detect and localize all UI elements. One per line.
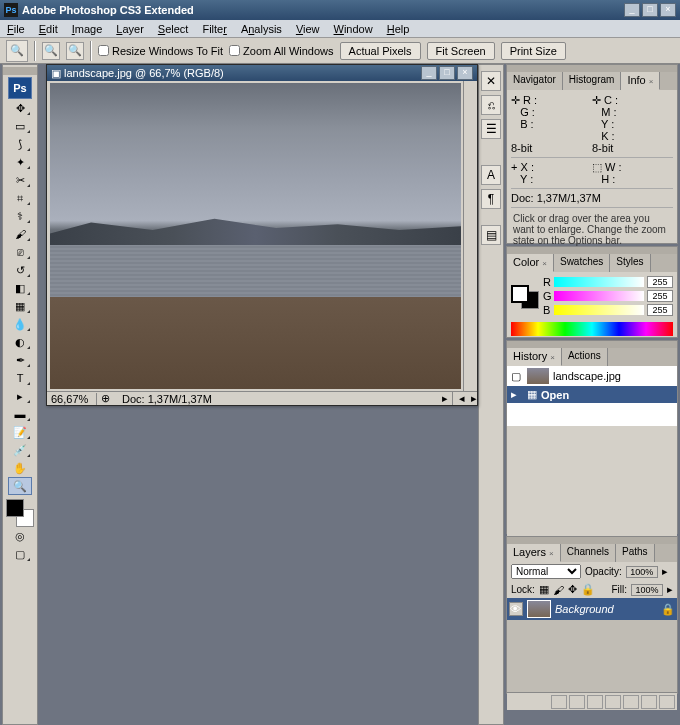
layer-style-button[interactable]: [569, 695, 585, 709]
minimize-button[interactable]: _: [624, 3, 640, 17]
zoom-in-icon[interactable]: 🔍: [42, 42, 60, 60]
tab-actions[interactable]: Actions: [562, 348, 608, 366]
visibility-icon[interactable]: 👁: [509, 602, 523, 616]
tab-history[interactable]: History×: [507, 348, 562, 366]
move-tool[interactable]: ✥: [8, 99, 32, 117]
type-tool[interactable]: T: [8, 369, 32, 387]
lock-trans-icon[interactable]: ▦: [539, 583, 549, 596]
tab-info[interactable]: Info×: [621, 72, 660, 90]
dock-tool-presets-icon[interactable]: ☰: [481, 119, 501, 139]
menu-select[interactable]: Select: [151, 21, 196, 37]
path-select-tool[interactable]: ▸: [8, 387, 32, 405]
lock-move-icon[interactable]: ✥: [568, 583, 577, 596]
shape-tool[interactable]: ▬: [8, 405, 32, 423]
tab-paths[interactable]: Paths: [616, 544, 655, 562]
resize-windows-checkbox[interactable]: Resize Windows To Fit: [98, 45, 223, 57]
eyedropper-tool[interactable]: 💉: [8, 441, 32, 459]
crop-tool[interactable]: ✂: [8, 171, 32, 189]
zoom-field[interactable]: 66,67%: [47, 393, 97, 405]
fill-field[interactable]: 100%: [631, 584, 663, 596]
color-spectrum[interactable]: [511, 322, 673, 336]
dock-brushes-icon[interactable]: ✕: [481, 71, 501, 91]
lasso-tool[interactable]: ⟆: [8, 135, 32, 153]
layer-mask-button[interactable]: [587, 695, 603, 709]
marquee-tool[interactable]: ▭: [8, 117, 32, 135]
wand-tool[interactable]: ✦: [8, 153, 32, 171]
new-layer-button[interactable]: [641, 695, 657, 709]
layer-background[interactable]: 👁 Background 🔒: [507, 598, 677, 620]
zoom-tool[interactable]: 🔍: [8, 477, 32, 495]
doc-close-button[interactable]: ×: [457, 66, 473, 80]
scroll-right-button[interactable]: ▸: [471, 392, 477, 405]
brush-tool[interactable]: 🖌: [8, 225, 32, 243]
slider-r[interactable]: [554, 277, 644, 287]
actual-pixels-button[interactable]: Actual Pixels: [340, 42, 421, 60]
lock-paint-icon[interactable]: 🖌: [553, 584, 564, 596]
document-titlebar[interactable]: ▣ landscape.jpg @ 66,7% (RGB/8) _ □ ×: [47, 65, 477, 81]
close-button[interactable]: ×: [660, 3, 676, 17]
menu-edit[interactable]: Edit: [32, 21, 65, 37]
dock-layercomps-icon[interactable]: ▤: [481, 225, 501, 245]
layer-group-button[interactable]: [623, 695, 639, 709]
blend-mode-select[interactable]: Normal: [511, 564, 581, 579]
lock-all-icon[interactable]: 🔒: [581, 583, 595, 596]
eraser-tool[interactable]: ◧: [8, 279, 32, 297]
tab-navigator[interactable]: Navigator: [507, 72, 563, 90]
scroll-left-button[interactable]: ◂: [452, 392, 471, 405]
canvas[interactable]: [50, 83, 461, 389]
menu-window[interactable]: Window: [327, 21, 380, 37]
hand-tool[interactable]: ✋: [8, 459, 32, 477]
slider-b[interactable]: [554, 305, 644, 315]
zoom-out-icon[interactable]: 🔍: [66, 42, 84, 60]
vertical-scrollbar[interactable]: [463, 81, 477, 391]
delete-layer-button[interactable]: [659, 695, 675, 709]
dodge-tool[interactable]: ◐: [8, 333, 32, 351]
history-brush-source-icon[interactable]: ▢: [511, 370, 523, 383]
fit-screen-button[interactable]: Fit Screen: [427, 42, 495, 60]
dock-paragraph-icon[interactable]: ¶: [481, 189, 501, 209]
tab-histogram[interactable]: Histogram: [563, 72, 622, 90]
menu-help[interactable]: Help: [380, 21, 417, 37]
value-b[interactable]: 255: [647, 304, 673, 316]
dock-clone-icon[interactable]: ⎌: [481, 95, 501, 115]
heal-tool[interactable]: ⚕: [8, 207, 32, 225]
color-fgbg[interactable]: [511, 285, 539, 309]
screenmode-toggle[interactable]: ▢: [8, 545, 32, 563]
menu-image[interactable]: Image: [65, 21, 110, 37]
pen-tool[interactable]: ✒: [8, 351, 32, 369]
tab-styles[interactable]: Styles: [610, 254, 650, 272]
opacity-field[interactable]: 100%: [626, 566, 658, 578]
slider-g[interactable]: [554, 291, 644, 301]
menu-layer[interactable]: Layer: [109, 21, 151, 37]
zoom-all-checkbox[interactable]: Zoom All Windows: [229, 45, 333, 57]
zoom-tool-current[interactable]: 🔍: [6, 40, 28, 62]
stamp-tool[interactable]: ⎚: [8, 243, 32, 261]
history-brush-tool[interactable]: ↺: [8, 261, 32, 279]
photoshop-icon[interactable]: Ps: [8, 77, 32, 99]
color-picker[interactable]: [6, 499, 34, 527]
quickmask-toggle[interactable]: ◎: [8, 527, 32, 545]
doc-maximize-button[interactable]: □: [439, 66, 455, 80]
maximize-button[interactable]: □: [642, 3, 658, 17]
statusbar-menu[interactable]: ▸: [438, 392, 452, 405]
menu-file[interactable]: File: [0, 21, 32, 37]
notes-tool[interactable]: 📝: [8, 423, 32, 441]
menu-view[interactable]: View: [289, 21, 327, 37]
tab-channels[interactable]: Channels: [561, 544, 616, 562]
print-size-button[interactable]: Print Size: [501, 42, 566, 60]
value-g[interactable]: 255: [647, 290, 673, 302]
link-layers-button[interactable]: [551, 695, 567, 709]
slice-tool[interactable]: ⌗: [8, 189, 32, 207]
tab-color[interactable]: Color×: [507, 254, 554, 272]
doc-minimize-button[interactable]: _: [421, 66, 437, 80]
tab-swatches[interactable]: Swatches: [554, 254, 610, 272]
value-r[interactable]: 255: [647, 276, 673, 288]
history-step-open[interactable]: ▸▦Open: [507, 386, 677, 403]
history-snapshot[interactable]: ▢landscape.jpg: [507, 366, 677, 386]
menu-filter[interactable]: Filter: [195, 21, 233, 37]
adjustment-layer-button[interactable]: [605, 695, 621, 709]
gradient-tool[interactable]: ▦: [8, 297, 32, 315]
menu-analysis[interactable]: Analysis: [234, 21, 289, 37]
dock-character-icon[interactable]: A: [481, 165, 501, 185]
blur-tool[interactable]: 💧: [8, 315, 32, 333]
